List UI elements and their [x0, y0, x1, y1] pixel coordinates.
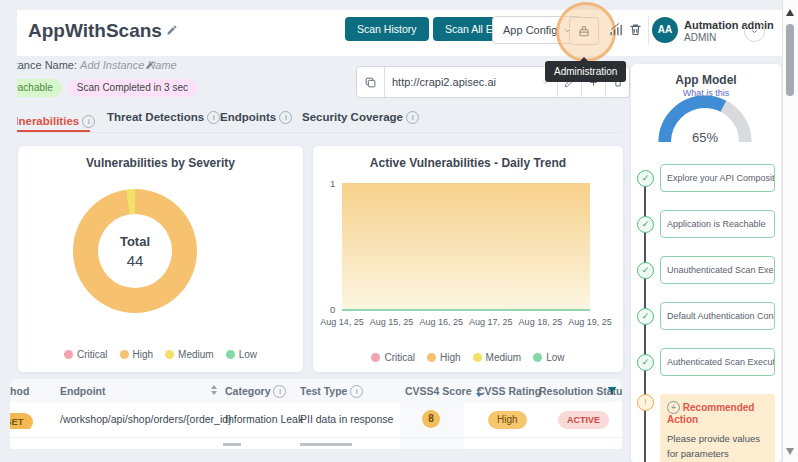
tab-threat-detections[interactable]: Threat Detections i [107, 111, 220, 124]
legend-dot [427, 353, 436, 362]
partial-row-text [300, 443, 352, 446]
legend-dot [165, 350, 174, 359]
recommended-action-box[interactable]: + Recommended Action Please provide valu… [660, 394, 775, 462]
recommended-action-body: Please provide values for parameters cou… [667, 431, 768, 462]
x-axis-tick-label: Aug 19, 25 [568, 317, 612, 327]
severity-chart-title: Vulnerabilities by Severity [18, 156, 303, 170]
rating-badge: High [488, 411, 527, 429]
scrollbar-track[interactable] [782, 0, 798, 462]
legend-dot [226, 350, 235, 359]
check-icon: ✓ [637, 308, 654, 325]
model-step: ✓ Default Authentication Conf... [637, 302, 775, 330]
tabs-divider [17, 132, 622, 133]
status-badge: ACTIVE [558, 411, 609, 429]
info-icon[interactable]: i [350, 385, 363, 398]
endpoint-sort-icon[interactable] [211, 385, 217, 395]
trend-legend: CriticalHighMediumLow [313, 352, 623, 363]
scan-completed-badge: Scan Completed in 3 sec [68, 79, 197, 97]
model-step-label[interactable]: Authenticated Scan Executed [660, 348, 775, 376]
model-step-label[interactable]: Application is Reachable [660, 210, 775, 238]
instance-name-label: Instance Name: [17, 59, 77, 71]
recommended-action-title: Recommended Action [667, 402, 754, 425]
check-icon: ✓ [637, 170, 654, 187]
edit-instance-icon[interactable] [145, 60, 155, 70]
model-step-label[interactable]: Default Authentication Conf... [660, 302, 775, 330]
edit-title-icon[interactable] [166, 24, 178, 36]
legend-item[interactable]: High [427, 352, 461, 363]
legend-item[interactable]: Critical [371, 352, 415, 363]
legend-item[interactable]: Low [533, 352, 564, 363]
tab-vulnerabilities[interactable]: Vulnerabilities i [17, 115, 95, 128]
legend-item[interactable]: Low [226, 349, 257, 360]
legend-dot [120, 350, 129, 359]
scroll-up-arrow[interactable] [786, 9, 794, 16]
col-cvss-rating: CVSS Rating [477, 385, 541, 397]
legend-label: Medium [486, 352, 522, 363]
user-role: ADMIN [684, 32, 716, 43]
info-icon[interactable]: i [406, 111, 419, 124]
model-step: ✓ Unauthenticated Scan Exe... [637, 256, 775, 284]
tooltip: Administration [545, 61, 626, 82]
col-cvss4-score: CVSS4 Score [405, 385, 482, 397]
legend-label: Critical [384, 352, 415, 363]
app-url-field[interactable]: http://crapi2.apisec.ai [385, 67, 557, 97]
col-category: Category i [225, 385, 286, 398]
x-axis-tick-label: Aug 16, 25 [419, 317, 463, 327]
col-method: Method [10, 385, 46, 397]
model-step: ✓ Explore your API Composition [637, 164, 775, 192]
severity-legend: CriticalHighMediumLow [18, 349, 303, 360]
x-axis-labels: Aug 14, 25Aug 15, 25Aug 16, 25Aug 17, 25… [342, 317, 590, 329]
endpoint-cell: /workshop/api/shop/orders/{order_id} [60, 413, 232, 425]
check-icon: ✓ [637, 262, 654, 279]
copy-url-button[interactable] [357, 67, 385, 97]
app-model-title: App Model [631, 73, 781, 87]
administration-button[interactable] [569, 17, 599, 45]
info-icon[interactable]: i [273, 385, 286, 398]
tab-endpoints[interactable]: Endpoints i [220, 111, 292, 124]
table-row-partial[interactable] [10, 438, 622, 449]
scroll-down-arrow[interactable] [786, 448, 794, 455]
severity-donut-hole [98, 214, 172, 288]
trend-area-fill [342, 183, 590, 311]
scrollbar-thumb[interactable] [786, 24, 794, 96]
legend-item[interactable]: Medium [165, 349, 214, 360]
avatar[interactable]: AA [652, 17, 678, 43]
check-icon: ✓ [637, 354, 654, 371]
scan-stats-icon[interactable] [608, 22, 625, 38]
col-test-type: Test Type i [300, 385, 363, 398]
tab-security-coverage[interactable]: Security Coverage i [302, 111, 419, 124]
app-url-value: http://crapi2.apisec.ai [392, 76, 496, 88]
table-row[interactable]: GET /workshop/api/shop/orders/{order_id}… [10, 402, 622, 437]
warning-icon: ! [637, 394, 654, 411]
severity-chart-card: Vulnerabilities by Severity Total 44 Cri… [17, 145, 304, 373]
legend-item[interactable]: High [120, 349, 154, 360]
trend-chart-card: Active Vulnerabilities - Daily Trend 1 0… [312, 145, 624, 373]
tooltip-text: Administration [554, 66, 617, 77]
filter-icon[interactable] [606, 385, 618, 397]
instance-name-placeholder[interactable]: Add Instance Name [80, 59, 177, 71]
expand-icon[interactable]: + [667, 401, 680, 414]
info-icon[interactable]: i [279, 111, 292, 124]
donut-center-value: 44 [73, 252, 197, 269]
legend-label: Medium [178, 349, 214, 360]
model-step-label[interactable]: Explore your API Composition [660, 164, 775, 192]
info-icon[interactable]: i [82, 115, 95, 128]
reachable-badge: Reachable [17, 79, 62, 97]
y-axis-label-max: 1 [330, 178, 335, 189]
legend-label: Critical [77, 349, 108, 360]
legend-item[interactable]: Medium [473, 352, 522, 363]
legend-label: High [133, 349, 154, 360]
delete-app-icon[interactable] [628, 22, 643, 37]
test-type-cell: PII data in response [300, 413, 393, 425]
legend-item[interactable]: Critical [64, 349, 108, 360]
recommended-action-step: ! + Recommended Action Please provide va… [637, 394, 775, 462]
app-model-gauge: 65% [657, 94, 753, 148]
model-step: ✓ Application is Reachable [637, 210, 775, 238]
scan-history-button[interactable]: Scan History [345, 17, 429, 41]
model-step: ✓ Authenticated Scan Executed [637, 348, 775, 376]
page-title: AppWithScans [28, 20, 162, 42]
info-icon[interactable]: i [207, 111, 220, 124]
model-step-label[interactable]: Unauthenticated Scan Exe... [660, 256, 775, 284]
user-menu-chevron[interactable] [744, 21, 765, 42]
header-divider [648, 16, 649, 44]
